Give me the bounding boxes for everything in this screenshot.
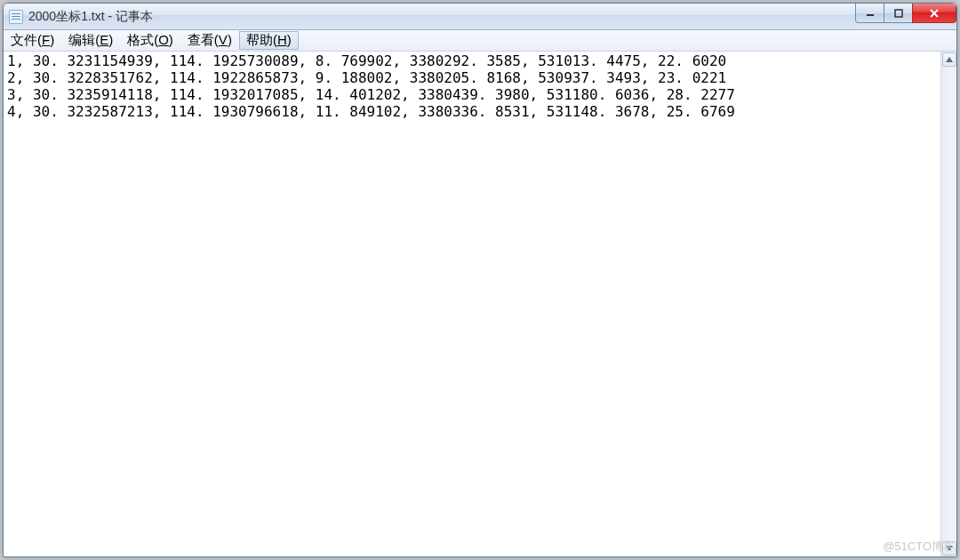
content-wrapper: 1, 30. 3231154939, 114. 1925730089, 8. 7…: [4, 52, 956, 556]
menu-help[interactable]: 帮助(H): [239, 31, 299, 50]
svg-rect-0: [867, 14, 874, 16]
minimize-button[interactable]: [855, 4, 884, 23]
close-button[interactable]: [912, 4, 956, 23]
menu-view[interactable]: 查看(V): [180, 30, 239, 51]
text-area[interactable]: 1, 30. 3231154939, 114. 1925730089, 8. 7…: [4, 52, 940, 556]
svg-rect-1: [895, 10, 902, 17]
maximize-button[interactable]: [884, 4, 912, 23]
notepad-window: 2000坐标1.txt - 记事本 文件(F) 编辑(E) 格式(O) 查看(V…: [3, 3, 957, 557]
scroll-up-button[interactable]: [942, 52, 956, 67]
notepad-icon: [9, 10, 23, 24]
window-controls: [855, 4, 956, 23]
menubar: 文件(F) 编辑(E) 格式(O) 查看(V) 帮助(H): [4, 30, 956, 52]
scroll-down-button[interactable]: [942, 541, 956, 556]
vertical-scrollbar[interactable]: [940, 52, 956, 556]
window-title: 2000坐标1.txt - 记事本: [28, 9, 153, 25]
menu-format[interactable]: 格式(O): [120, 30, 180, 51]
titlebar[interactable]: 2000坐标1.txt - 记事本: [4, 4, 956, 30]
menu-file[interactable]: 文件(F): [4, 30, 61, 51]
menu-edit[interactable]: 编辑(E): [61, 30, 120, 51]
